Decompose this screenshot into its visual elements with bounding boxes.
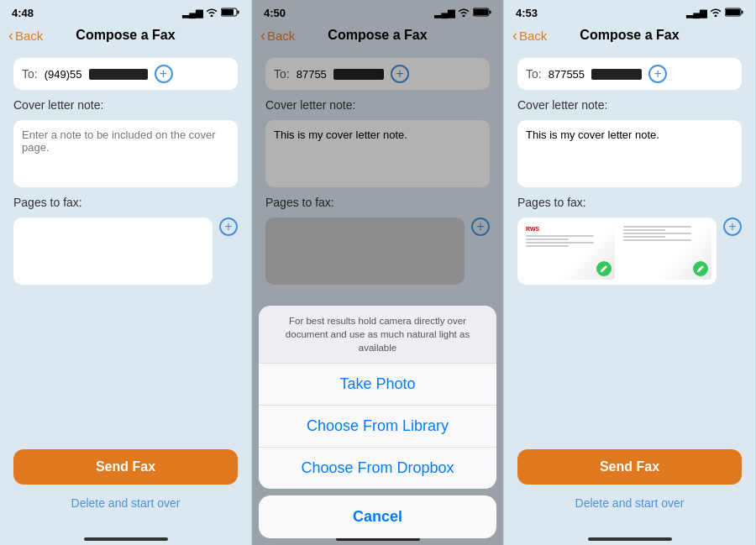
- doc-line-5: [623, 226, 691, 228]
- cancel-button[interactable]: Cancel: [259, 495, 496, 538]
- battery-icon-3: [725, 8, 743, 18]
- action-sheet-overlay: For best results hold camera directly ov…: [252, 0, 503, 545]
- pages-box-1: [13, 217, 213, 285]
- cover-textarea-1[interactable]: [13, 120, 238, 187]
- svg-rect-2: [238, 11, 239, 14]
- to-redacted-1: [89, 69, 148, 80]
- pages-label-3: Pages to fax:: [517, 196, 742, 209]
- nav-title-1: Compose a Fax: [76, 28, 175, 43]
- home-indicator-3: [588, 537, 672, 541]
- to-plus-1[interactable]: +: [155, 65, 173, 83]
- doc-thumb-1: RWS: [522, 223, 615, 280]
- delete-link-1[interactable]: Delete and start over: [13, 493, 238, 513]
- time-1: 4:48: [12, 7, 34, 19]
- to-row-3: To: 877555 +: [517, 58, 742, 90]
- status-bar-3: 4:53 ▂▄▆: [504, 0, 755, 23]
- edit-badge-2[interactable]: [693, 261, 708, 276]
- phone-panel-2: 4:50 ▂▄▆ ‹ Back Compose a Fax To: 87755 …: [252, 0, 504, 545]
- doc-line-6: [623, 229, 666, 231]
- signal-icon-1: ▂▄▆: [182, 8, 202, 18]
- pages-plus-3[interactable]: +: [723, 217, 742, 236]
- nav-title-3: Compose a Fax: [580, 28, 679, 43]
- action-sheet-card: For best results hold camera directly ov…: [259, 306, 496, 489]
- choose-library-option[interactable]: Choose From Library: [259, 406, 496, 448]
- svg-rect-1: [222, 9, 234, 15]
- to-value-3: 877555: [549, 68, 585, 81]
- doc-line-2: [526, 238, 569, 240]
- bottom-bar-1: [0, 521, 251, 545]
- action-sheet: For best results hold camera directly ov…: [252, 299, 503, 545]
- time-3: 4:53: [516, 7, 538, 19]
- status-icons-3: ▂▄▆: [686, 8, 743, 18]
- pages-label-1: Pages to fax:: [13, 196, 238, 209]
- phone-panel-1: 4:48 ▂▄▆ ‹ Back Compose a Fax To: (949)5…: [0, 0, 252, 545]
- svg-rect-7: [726, 9, 740, 15]
- cover-label-1: Cover letter note:: [13, 98, 238, 112]
- doc-thumb-2: [620, 223, 712, 280]
- doc-thumbs-3: RWS: [517, 217, 717, 285]
- back-label-1: Back: [15, 29, 43, 43]
- doc-line-7: [623, 233, 691, 234]
- doc-line-8: [623, 236, 666, 238]
- doc-line-4: [526, 245, 569, 247]
- bottom-bar-3: [504, 521, 755, 545]
- phone-panel-3: 4:53 ▂▄▆ ‹ Back Compose a Fax To: 877555…: [504, 0, 756, 545]
- pages-row-1: +: [13, 217, 238, 285]
- to-redacted-3: [591, 69, 642, 80]
- back-button-1[interactable]: ‹ Back: [8, 29, 43, 43]
- status-icons-1: ▂▄▆: [182, 8, 239, 18]
- nav-bar-3: ‹ Back Compose a Fax: [504, 23, 755, 50]
- nav-bar-1: ‹ Back Compose a Fax: [0, 23, 251, 50]
- wifi-icon-1: [206, 8, 218, 18]
- content-3: To: 877555 + Cover letter note: This is …: [504, 50, 755, 521]
- to-label-1: To:: [22, 67, 38, 81]
- doc-line-1: [526, 235, 594, 237]
- to-row-1: To: (949)55 +: [13, 58, 238, 90]
- back-button-3[interactable]: ‹ Back: [512, 29, 547, 43]
- cover-textarea-3[interactable]: This is my cover letter note.: [517, 120, 742, 187]
- wifi-icon-3: [710, 8, 722, 18]
- svg-rect-8: [742, 11, 743, 14]
- choose-dropbox-option[interactable]: Choose From Dropbox: [259, 448, 496, 489]
- to-plus-3[interactable]: +: [648, 65, 667, 83]
- take-photo-option[interactable]: Take Photo: [259, 364, 496, 406]
- to-value-1: (949)55: [45, 68, 82, 81]
- back-chevron-3: ‹: [512, 28, 517, 43]
- send-fax-button-3[interactable]: Send Fax: [517, 449, 742, 485]
- signal-icon-3: ▂▄▆: [686, 8, 706, 18]
- doc-line-3: [526, 242, 594, 244]
- action-sheet-hint: For best results hold camera directly ov…: [259, 306, 496, 364]
- doc-line-9: [623, 239, 691, 241]
- pages-box-3: RWS: [517, 217, 717, 285]
- send-fax-button-1[interactable]: Send Fax: [13, 449, 238, 485]
- battery-icon-1: [221, 8, 239, 18]
- pages-row-3: RWS: [517, 217, 742, 285]
- delete-link-3[interactable]: Delete and start over: [517, 493, 742, 513]
- content-1: To: (949)55 + Cover letter note: Pages t…: [0, 50, 251, 521]
- cover-label-3: Cover letter note:: [517, 98, 742, 112]
- pages-plus-1[interactable]: +: [219, 217, 238, 236]
- doc-logo-1: RWS: [526, 226, 612, 232]
- to-label-3: To:: [526, 67, 542, 81]
- back-chevron-1: ‹: [8, 28, 13, 43]
- back-label-3: Back: [519, 29, 547, 43]
- status-bar-1: 4:48 ▂▄▆: [0, 0, 251, 23]
- edit-badge-1[interactable]: [596, 261, 612, 276]
- home-indicator-1: [84, 537, 168, 541]
